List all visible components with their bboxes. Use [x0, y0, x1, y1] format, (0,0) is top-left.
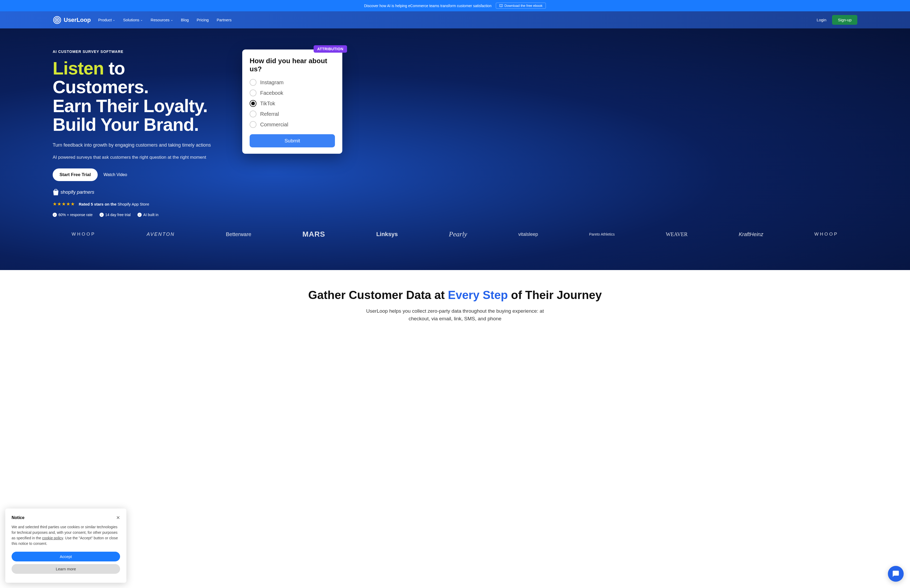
brand-pareto: Pareto Athletics: [589, 232, 614, 236]
journey-subtitle: UserLoop helps you collect zero-party da…: [360, 307, 550, 322]
brand-logos-strip: WHOOP AVENTON Betterware MARS Linksys Pe…: [53, 217, 857, 254]
survey-option-facebook[interactable]: Facebook: [250, 89, 335, 96]
journey-title-highlight: Every Step: [448, 289, 508, 301]
brand-pearly: Pearly: [449, 230, 467, 238]
brand-weaver: WEAVER: [666, 231, 687, 237]
radio-icon: [250, 89, 257, 96]
nav-item-solutions[interactable]: Solutions⌄: [123, 18, 143, 22]
hero-section: AI CUSTOMER SURVEY SOFTWARE Listen to Cu…: [0, 28, 910, 270]
radio-icon-selected: [250, 100, 257, 107]
survey-option-commercial[interactable]: Commercial: [250, 121, 335, 128]
nav-label: Solutions: [123, 18, 139, 22]
nav-label: Resources: [150, 18, 170, 22]
hero-left: AI CUSTOMER SURVEY SOFTWARE Listen to Cu…: [53, 50, 221, 217]
survey-option-tiktok[interactable]: TikTok: [250, 100, 335, 107]
feature-label: 14 day free trial: [105, 213, 131, 217]
brand-vitalsleep: vitalsleep: [518, 232, 538, 237]
hero-subtitle: Turn feedback into growth by engaging cu…: [53, 142, 221, 149]
brand-linksys: Linksys: [376, 231, 398, 237]
radio-icon: [250, 121, 257, 128]
hero-eyebrow: AI CUSTOMER SURVEY SOFTWARE: [53, 50, 221, 54]
feature-item: ✓60% + response rate: [53, 213, 93, 217]
feature-item: ✓AI built in: [137, 213, 158, 217]
rating-row: ★★★★★ Rated 5 stars on the Shopify App S…: [53, 201, 221, 207]
check-circle-icon: ✓: [137, 213, 142, 217]
feature-item: ✓14 day free trial: [100, 213, 131, 217]
chevron-down-icon: ⌄: [171, 18, 173, 22]
feature-label: 60% + response rate: [58, 213, 93, 217]
shopify-partners-badge: shopify partners: [53, 189, 221, 196]
watch-video-link[interactable]: Watch Video: [103, 173, 127, 177]
brand-logo[interactable]: UserLoop: [53, 16, 91, 24]
main-navbar: UserLoop Product⌄ Solutions⌄ Resources⌄ …: [0, 11, 910, 28]
features-row: ✓60% + response rate ✓14 day free trial …: [53, 213, 221, 217]
feature-label: AI built in: [143, 213, 158, 217]
book-icon: [499, 4, 503, 8]
download-ebook-button[interactable]: Download the free ebook: [496, 3, 546, 9]
announcement-banner: Discover how AI is helping eCommerce tea…: [0, 0, 910, 11]
chevron-down-icon: ⌄: [113, 18, 115, 22]
nav-item-blog[interactable]: Blog: [181, 18, 189, 22]
journey-title-post: of Their Journey: [508, 289, 602, 301]
hero-title-line: Earn Their Loyalty.: [53, 96, 207, 116]
nav-item-resources[interactable]: Resources⌄: [150, 18, 173, 22]
rating-text: Rated 5 stars on the Shopify App Store: [79, 202, 149, 206]
signup-button[interactable]: Sign-up: [832, 15, 857, 25]
radio-icon: [250, 111, 257, 117]
survey-question: How did you hear about us?: [250, 57, 335, 73]
brand-whoop: WHOOP: [815, 232, 838, 237]
start-trial-button[interactable]: Start Free Trial: [53, 168, 98, 181]
survey-submit-button[interactable]: Submit: [250, 134, 335, 147]
check-circle-icon: ✓: [53, 213, 57, 217]
userloop-logo-icon: [53, 16, 61, 24]
journey-section: Gather Customer Data at Every Step of Th…: [0, 270, 910, 338]
radio-icon: [250, 79, 257, 86]
nav-links: Product⌄ Solutions⌄ Resources⌄ Blog Pric…: [98, 18, 232, 22]
shopify-bag-icon: [53, 189, 59, 196]
download-ebook-label: Download the free ebook: [504, 4, 543, 8]
journey-title: Gather Customer Data at Every Step of Th…: [53, 289, 857, 302]
rating-prefix: Rated 5 stars on the: [79, 202, 118, 206]
login-link[interactable]: Login: [817, 18, 826, 22]
option-label: Referral: [260, 111, 279, 117]
brand-whoop: WHOOP: [72, 232, 95, 237]
brand-name: UserLoop: [64, 16, 91, 23]
attribution-badge: ATTRIBUTION: [314, 45, 347, 53]
nav-item-partners[interactable]: Partners: [217, 18, 232, 22]
option-label: Facebook: [260, 90, 283, 96]
star-icons: ★★★★★: [53, 201, 75, 207]
banner-text: Discover how AI is helping eCommerce tea…: [364, 4, 491, 8]
chevron-down-icon: ⌄: [141, 18, 143, 22]
brand-aventon: AVENTON: [147, 232, 175, 237]
brand-kraftheinz: KraftHeinz: [739, 231, 763, 237]
hero-title: Listen to Customers. Earn Their Loyalty.…: [53, 59, 221, 134]
survey-option-referral[interactable]: Referral: [250, 111, 335, 117]
option-label: TikTok: [260, 100, 275, 107]
nav-item-product[interactable]: Product⌄: [98, 18, 115, 22]
hero-highlight: Listen: [53, 58, 104, 78]
rating-store: Shopify App Store: [118, 202, 149, 206]
nav-label: Partners: [217, 18, 232, 22]
hero-title-line: Build Your Brand.: [53, 115, 199, 134]
hero-subtitle2: AI powered surveys that ask customers th…: [53, 154, 221, 161]
nav-label: Pricing: [197, 18, 209, 22]
shopify-partners-text: shopify partners: [61, 189, 94, 195]
nav-label: Blog: [181, 18, 189, 22]
journey-title-pre: Gather Customer Data at: [308, 289, 448, 301]
brand-betterware: Betterware: [226, 231, 251, 237]
nav-item-pricing[interactable]: Pricing: [197, 18, 209, 22]
brand-mars: MARS: [302, 230, 325, 239]
nav-right: Login Sign-up: [817, 15, 857, 25]
check-circle-icon: ✓: [100, 213, 104, 217]
option-label: Instagram: [260, 79, 284, 86]
survey-card: ATTRIBUTION How did you hear about us? I…: [242, 50, 342, 154]
survey-option-instagram[interactable]: Instagram: [250, 79, 335, 86]
option-label: Commercial: [260, 121, 288, 128]
svg-point-2: [57, 19, 58, 21]
nav-label: Product: [98, 18, 112, 22]
svg-point-1: [55, 18, 60, 22]
